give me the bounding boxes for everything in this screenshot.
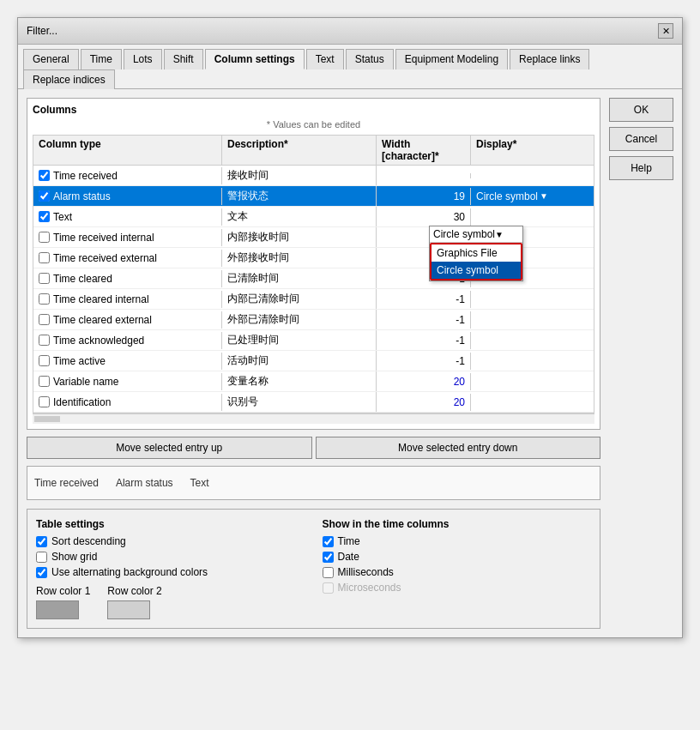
show-grid-row: Show grid	[36, 551, 305, 563]
table-row: Time received 接收时间	[33, 166, 594, 186]
tab-replace-links[interactable]: Replace links	[510, 49, 589, 69]
dropdown-chevron-icon[interactable]: ▼	[495, 230, 504, 239]
tab-column-settings[interactable]: Column settings	[205, 49, 305, 69]
row-width: -1	[377, 353, 471, 370]
horizontal-scrollbar[interactable]	[33, 413, 594, 424]
tab-text[interactable]: Text	[306, 49, 344, 69]
display-dropdown[interactable]: Circle symbol ▼ Graphics File Circle sym…	[429, 226, 523, 281]
row-color-1-swatch[interactable]	[36, 600, 79, 619]
table-row[interactable]: Alarm status 警报状态 19 Circle symbol ▼	[33, 186, 594, 207]
row-label: Variable name	[53, 376, 119, 388]
row-label: Time acknowledged	[53, 335, 144, 347]
help-button[interactable]: Help	[609, 156, 673, 180]
row-display	[471, 297, 594, 302]
row-width: -1	[377, 332, 471, 349]
row-label: Time received	[53, 170, 118, 182]
display-value: Circle symbol	[476, 190, 538, 202]
row-checkbox[interactable]	[39, 211, 50, 222]
row-checkbox[interactable]	[39, 190, 50, 202]
header-description: Description*	[222, 136, 377, 165]
row-checkbox[interactable]	[39, 314, 50, 325]
table-row: Time cleared external 外部已清除时间 -1	[33, 310, 594, 330]
header-col-type: Column type	[33, 136, 222, 165]
row-description: 外部已清除时间	[222, 310, 377, 329]
cancel-button[interactable]: Cancel	[609, 127, 673, 151]
tab-time[interactable]: Time	[81, 49, 122, 69]
milliseconds-row: Milliseconds	[323, 566, 592, 578]
row-description: 文本	[222, 207, 377, 226]
time-checkbox[interactable]	[323, 536, 334, 547]
move-up-button[interactable]: Move selected entry up	[27, 437, 312, 459]
microseconds-checkbox	[323, 582, 334, 594]
row-col-type: Time active	[33, 353, 222, 370]
row-width: 20	[377, 394, 471, 411]
tab-status[interactable]: Status	[346, 49, 394, 69]
date-label: Date	[338, 551, 359, 563]
date-checkbox[interactable]	[323, 552, 334, 563]
row-width: 19	[377, 188, 471, 205]
tab-replace-indices[interactable]: Replace indices	[23, 69, 115, 89]
date-row: Date	[323, 551, 592, 563]
row-description: 接收时间	[222, 166, 377, 185]
row-width: 30	[377, 208, 471, 226]
tab-shift[interactable]: Shift	[164, 49, 203, 69]
table-row: Time cleared internal 内部已清除时间 -1	[33, 289, 594, 310]
row-checkbox[interactable]	[39, 252, 50, 263]
sort-descending-checkbox[interactable]	[36, 536, 47, 547]
table-settings-title: Table settings	[36, 518, 305, 530]
row-checkbox[interactable]	[39, 355, 50, 366]
row-checkbox[interactable]	[39, 396, 50, 407]
dropdown-options-list: Graphics File Circle symbol	[430, 243, 522, 281]
tab-bar: General Time Lots Shift Column settings …	[18, 45, 682, 89]
row-checkbox[interactable]	[39, 376, 50, 387]
row-description: 内部接收时间	[222, 227, 377, 247]
dropdown-option-circle-symbol[interactable]: Circle symbol	[431, 262, 521, 279]
row-description: 内部已清除时间	[222, 289, 377, 309]
row-color-2-label: Row color 2	[107, 585, 161, 597]
row-description: 活动时间	[222, 351, 377, 371]
row-width: -1	[377, 291, 471, 308]
row-color-1-label: Row color 1	[36, 585, 90, 597]
row-display	[471, 379, 594, 384]
close-button[interactable]: ✕	[658, 23, 673, 39]
table-row: Text 文本 30	[33, 207, 594, 227]
row-col-type: Time acknowledged	[33, 332, 222, 349]
time-row: Time	[323, 535, 592, 547]
row-display	[471, 214, 594, 220]
row-color-2-swatch[interactable]	[107, 600, 150, 619]
row-checkbox[interactable]	[39, 335, 50, 346]
columns-section: Columns * Values can be edited Column ty…	[27, 98, 600, 430]
tab-equipment-modeling[interactable]: Equipment Modeling	[395, 49, 508, 69]
alternating-bg-checkbox[interactable]	[36, 567, 47, 578]
row-label: Time received internal	[53, 232, 154, 244]
tab-general[interactable]: General	[23, 49, 79, 69]
ok-button[interactable]: OK	[609, 98, 673, 122]
time-columns-section: Show in the time columns Time Date Milli…	[323, 518, 592, 619]
row-checkbox[interactable]	[39, 293, 50, 305]
sort-descending-row: Sort descending	[36, 535, 305, 547]
preview-bar: Time received Alarm status Text	[27, 466, 600, 500]
row-col-type: Alarm status	[33, 188, 222, 205]
move-down-button[interactable]: Move selected entry down	[316, 437, 601, 459]
row-display	[471, 338, 594, 343]
row-col-type: Time cleared external	[33, 311, 222, 329]
dropdown-option-graphics-file[interactable]: Graphics File	[431, 244, 521, 262]
milliseconds-checkbox[interactable]	[323, 567, 334, 578]
dropdown-current-value: Circle symbol	[433, 228, 495, 240]
milliseconds-label: Milliseconds	[338, 566, 394, 578]
row-color-2-item: Row color 2	[107, 585, 161, 619]
show-grid-checkbox[interactable]	[36, 552, 47, 563]
row-checkbox[interactable]	[39, 170, 50, 181]
table-row: Identification 识别号 20	[33, 392, 594, 413]
dropdown-arrow-icon[interactable]: ▼	[540, 191, 548, 201]
row-checkbox[interactable]	[39, 273, 50, 284]
row-checkbox[interactable]	[39, 232, 50, 243]
microseconds-label: Microseconds	[338, 582, 401, 594]
main-panel: Columns * Values can be edited Column ty…	[27, 98, 600, 629]
row-description: 识别号	[222, 392, 377, 412]
preview-item-time-received: Time received	[34, 477, 99, 489]
tab-lots[interactable]: Lots	[124, 49, 162, 69]
row-description: 资源标记	[222, 413, 377, 413]
row-description: 已处理时间	[222, 330, 377, 350]
table-row: Variable name 变量名称 20	[33, 371, 594, 392]
